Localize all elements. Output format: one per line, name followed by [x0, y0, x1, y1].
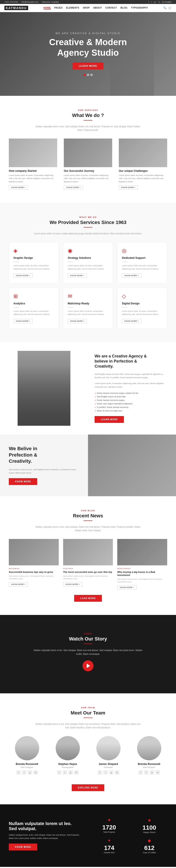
why-section: ABOUT US Why choose us ? Management 90% … [0, 867, 176, 868]
coffee-icon: ◆ [132, 838, 168, 843]
stats-know-more-btn[interactable]: Know More [9, 843, 37, 850]
social-fb-4[interactable]: f [138, 770, 143, 775]
welcome-label: Welcome, Australia [42, 1, 59, 3]
team-member-4-role: Web Designer [131, 766, 167, 769]
social-t[interactable]: t [151, 1, 152, 3]
services-grid: ◈ Graphic Design Project Lorem ipsum dol… [9, 242, 167, 329]
services-section-label: WHAT WE DO [9, 216, 167, 218]
nav-icons: 🔍 🛒 [163, 6, 172, 9]
service-1-btn[interactable]: KNOW MORE + [13, 273, 33, 278]
what-item-1-image [9, 138, 57, 167]
video-section-title: Watch Our Story [9, 636, 167, 642]
stat-projects-number: 1720 [91, 824, 127, 831]
social-tw-4[interactable]: t [144, 770, 148, 775]
what-item-3-btn[interactable]: KNOW MORE + [119, 185, 138, 190]
social-gp-4[interactable]: g [150, 770, 154, 775]
team-card-1: Brenda Roosevelt Web Designer f t g in [9, 736, 45, 775]
social-in[interactable]: in [159, 1, 160, 3]
what-item-2-text: Lorem ipsum dolor sit amet, consectetur … [64, 174, 112, 183]
lang-selector[interactable]: En English [162, 1, 172, 3]
social-gp-2[interactable]: g [68, 770, 73, 775]
nav-home[interactable]: HOME [43, 6, 51, 9]
explore-more-button[interactable]: Explore More [72, 784, 105, 791]
what-item-2: Our Successful Journey Lorem ipsum dolor… [64, 138, 112, 190]
email-label: info@example.com [21, 1, 38, 3]
social-tw-2[interactable]: t [63, 770, 67, 775]
service-6-btn[interactable]: KNOW MORE + [122, 319, 141, 323]
team-member-4-social: f t g in [131, 770, 167, 775]
hero-dot-3[interactable] [91, 74, 93, 76]
social-f[interactable]: f [148, 1, 149, 3]
strategy-icon: ◉ [68, 248, 108, 254]
what-item-2-btn[interactable]: KNOW MORE + [64, 185, 83, 190]
news-btn-1[interactable]: KNOW MORE + [9, 582, 28, 587]
team-grid: Brenda Roosevelt Web Designer f t g in S… [9, 736, 167, 775]
stats-top: Nullam vulputate lorem ut leo.Sed volutp… [9, 817, 167, 854]
nav-blog[interactable]: BLOG [120, 6, 128, 9]
checklist-item-2: Sed fringilla mauris sit amet nibh. [95, 395, 169, 398]
graphic-design-icon: ◈ [13, 248, 54, 254]
main-nav: KATMANDU HOME PAGES ELEMENTS SHOP ABOUT … [0, 4, 176, 12]
news-btn-3[interactable]: KNOW MORE + [117, 585, 136, 590]
video-play-button[interactable] [82, 660, 94, 671]
social-in-4[interactable]: in [155, 770, 160, 775]
service-4-btn[interactable]: KNOW MORE + [13, 319, 33, 323]
believe-section: We Belive inPrefection &Creativity. Nam … [0, 435, 176, 496]
top-bar-contact: +201-776-0700 info@example.com Welcome, … [4, 1, 59, 3]
team-section-label: Our Team [9, 707, 167, 709]
nav-contact[interactable]: CONTACT [105, 6, 117, 9]
search-icon[interactable]: 🔍 [163, 6, 167, 9]
news-image-3 [117, 539, 167, 565]
stat-awards: ✦ 174 Awards Won [91, 838, 127, 854]
hero-dot-2[interactable] [87, 74, 89, 76]
news-btn-2[interactable]: KNOW MORE + [63, 582, 82, 587]
social-in-1[interactable]: in [33, 770, 38, 775]
nav-typography[interactable]: TYPOGRAPHY [131, 6, 148, 9]
social-tw-3[interactable]: t [103, 770, 108, 775]
social-fb-2[interactable]: f [57, 770, 61, 775]
team-member-3-name: James Shepard [90, 763, 127, 766]
what-item-3-title: Our unique Challenges [119, 169, 167, 173]
service-5-btn[interactable]: KNOW MORE + [68, 319, 87, 323]
social-in-3[interactable]: in [115, 770, 119, 775]
nav-about[interactable]: ABOUT [93, 6, 102, 9]
service-card-1: ◈ Graphic Design Project Lorem ipsum dol… [9, 242, 59, 283]
cart-icon[interactable]: 🛒 [168, 6, 172, 9]
star-icon: ★ [132, 817, 168, 823]
nav-elements[interactable]: ELEMENTS [66, 6, 79, 9]
service-2-btn[interactable]: KNOW MORE + [68, 273, 87, 278]
hero-dot-1[interactable] [83, 74, 85, 76]
what-section-title: What We do ? [9, 113, 167, 118]
team-member-3-social: f t g in [90, 770, 127, 775]
believe-know-more-btn[interactable]: Know More [9, 478, 37, 485]
social-fb-1[interactable]: f [16, 770, 21, 775]
social-g[interactable]: g+ [154, 1, 156, 3]
service-3-btn[interactable]: KNOW MORE + [122, 273, 141, 278]
social-fb-3[interactable]: f [98, 770, 102, 775]
stat-coffee-number: 612 [132, 844, 168, 851]
news-image-2 [63, 539, 113, 565]
stat-projects: ♥ 1720 Total Projects [91, 817, 127, 833]
team-member-1-social: f t g in [9, 770, 45, 775]
stats-title: Nullam vulputate lorem ut leo.Sed volutp… [9, 821, 85, 831]
stat-clients: ★ 1100 Happy Clients [132, 817, 168, 833]
service-3-text: Lorem ipsum dolor sit amet, consectetur … [122, 264, 163, 271]
nav-pages[interactable]: PAGES [54, 6, 63, 9]
social-gp-3[interactable]: g [109, 770, 113, 775]
social-tw-1[interactable]: t [22, 770, 26, 775]
load-more-button[interactable]: Load More [74, 595, 102, 602]
service-1-title: Graphic Design [13, 256, 54, 259]
news-grid: BUSINESS Successfull business tips way t… [9, 539, 167, 590]
top-bar-right: f t g+ in En English [148, 1, 172, 3]
social-gp-1[interactable]: g [28, 770, 32, 775]
what-item-1-title: How company Started [9, 169, 57, 173]
social-in-2[interactable]: in [74, 770, 78, 775]
nav-shop[interactable]: SHOP [83, 6, 90, 9]
what-section-subtitle: Nullam vulputate lorem ut leo. Sed volut… [33, 125, 143, 132]
team-member-3-role: Developer [90, 766, 127, 769]
agency-learn-more-btn[interactable]: Learn More [95, 416, 124, 423]
what-item-1-btn[interactable]: KNOW MORE + [9, 185, 28, 190]
news-section-label: Our Blog [9, 509, 167, 512]
hero-cta-button[interactable]: LEARN MORE [73, 62, 103, 69]
service-card-5: ✉ Mailchimp Ready Project Lorem ipsum do… [63, 288, 113, 329]
